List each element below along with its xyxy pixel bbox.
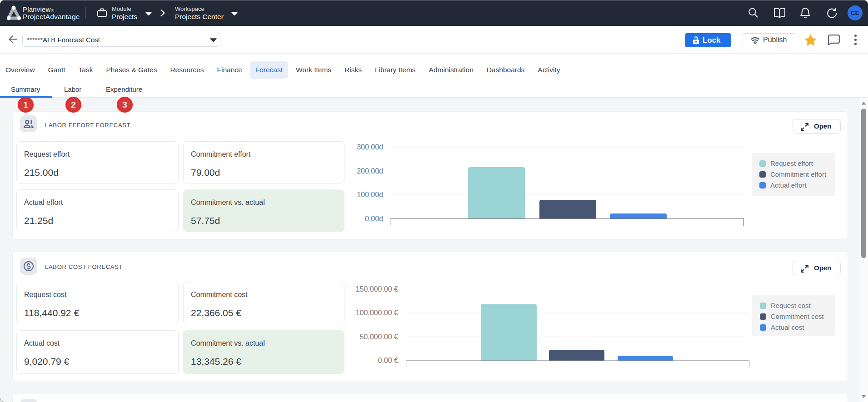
svg-text:300.00d: 300.00d xyxy=(357,143,383,151)
svg-text:50,000.00 €: 50,000.00 € xyxy=(359,333,398,341)
svg-text:200.00d: 200.00d xyxy=(357,167,383,175)
svg-text:0.00 €: 0.00 € xyxy=(378,357,399,364)
svg-text:150,000.00 €: 150,000.00 € xyxy=(356,285,399,293)
svg-text:100,000.00 €: 100,000.00 € xyxy=(356,309,399,317)
svg-text:0.00d: 0.00d xyxy=(365,215,383,223)
svg-text:100.00d: 100.00d xyxy=(357,191,383,199)
